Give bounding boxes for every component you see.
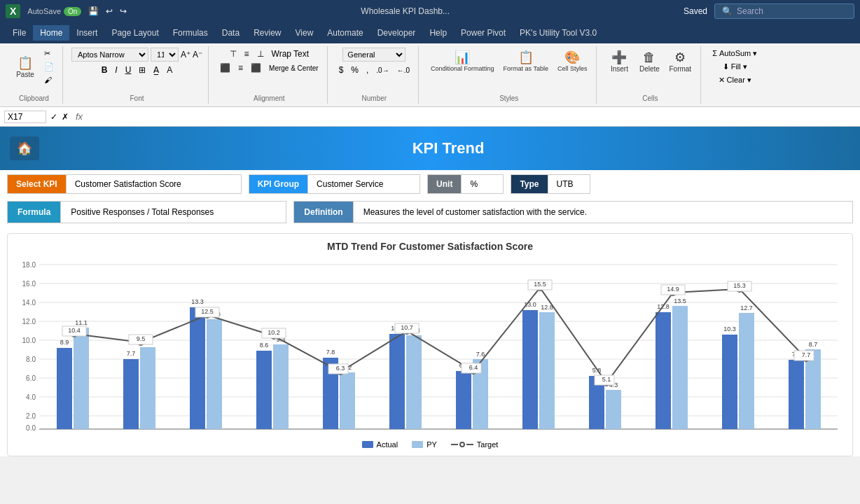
increase-decimal-button[interactable]: .0→ — [373, 65, 391, 76]
format-table-button[interactable]: 📋 Format as Table — [500, 48, 552, 74]
select-kpi-item: Select KPI Customer Satisfaction Score — [7, 174, 242, 194]
menu-formulas[interactable]: Formulas — [166, 25, 215, 41]
formula-input[interactable] — [90, 112, 856, 122]
menu-view[interactable]: View — [289, 25, 321, 41]
kpi-chart: 18.0 16.0 14.0 12.0 10.0 8.0 6.0 4.0 2.0… — [15, 259, 841, 434]
fill-button[interactable]: ⬇ Fill ▾ — [720, 61, 750, 73]
clipboard-label: Clipboard — [19, 93, 49, 102]
home-icon[interactable]: 🏠 — [10, 136, 39, 160]
currency-button[interactable]: $ — [336, 64, 347, 76]
definition-label: Definition — [293, 201, 353, 223]
align-top-button[interactable]: ⊤ — [227, 48, 240, 60]
italic-button[interactable]: I — [112, 64, 120, 76]
bar-py-sep — [606, 390, 621, 429]
target-line — [74, 288, 806, 383]
copy-button[interactable]: 📄 — [41, 61, 57, 73]
paste-button[interactable]: 📋 Paste — [11, 53, 39, 80]
bar-actual-nov — [722, 335, 737, 429]
menu-insert[interactable]: Insert — [69, 25, 104, 41]
menu-power-pivot[interactable]: Power Pivot — [454, 25, 513, 41]
font-grow-icon[interactable]: A⁺ — [181, 50, 190, 59]
legend-target-line-right — [466, 444, 473, 445]
align-left-button[interactable]: ⬛ — [217, 62, 233, 74]
formula-check-icon[interactable]: ✓ — [50, 112, 57, 122]
align-center-button[interactable]: ≡ — [235, 62, 246, 74]
bar-actual-mar — [190, 307, 205, 429]
delete-button[interactable]: 🗑 Delete — [635, 48, 663, 75]
border-button[interactable]: ⊞ — [136, 64, 148, 76]
formula-label: Formula — [7, 201, 61, 223]
align-bottom-button[interactable]: ⊥ — [254, 48, 267, 60]
save-icon[interactable]: 💾 — [88, 6, 99, 16]
number-format-select[interactable]: General — [342, 48, 405, 62]
paste-label: Paste — [16, 71, 34, 78]
excel-logo: X — [6, 4, 20, 18]
legend-target-line-left — [451, 444, 458, 445]
svg-text:10.4: 10.4 — [68, 327, 81, 334]
autosum-button[interactable]: Σ AutoSum ▾ — [709, 48, 760, 59]
font-name-select[interactable]: Aptos Narrow — [71, 48, 148, 62]
comma-button[interactable]: , — [363, 64, 371, 76]
merge-center-button[interactable]: Merge & Center — [266, 63, 321, 74]
format-button[interactable]: ⚙ Format — [665, 48, 695, 75]
legend-target-line-container — [451, 442, 473, 447]
menu-developer[interactable]: Developer — [370, 25, 423, 41]
file-name: Wholesale KPI Dashb... — [134, 6, 677, 16]
bar-py-aug — [539, 312, 555, 429]
bar-actual-jul — [456, 371, 471, 429]
undo-icon[interactable]: ↩ — [106, 6, 113, 16]
legend-target: Target — [451, 440, 499, 449]
delete-icon: 🗑 — [643, 50, 656, 65]
align-middle-button[interactable]: ≡ — [242, 48, 252, 60]
font-size-select[interactable]: 11 — [151, 48, 179, 62]
format-painter-button[interactable]: 🖌 — [41, 74, 57, 85]
percent-button[interactable]: % — [348, 64, 361, 76]
underline-button[interactable]: U — [123, 64, 134, 76]
unit-label: Unit — [427, 174, 462, 194]
wrap-text-button[interactable]: Wrap Text — [269, 48, 312, 60]
kpi-header-title: KPI Trend — [46, 139, 850, 158]
svg-text:Nov-24: Nov-24 — [728, 433, 751, 434]
menu-pk-utility[interactable]: PK's Utility Tool V3.0 — [513, 25, 604, 41]
cut-button[interactable]: ✂ — [41, 48, 57, 59]
svg-text:4.0: 4.0 — [26, 393, 36, 401]
format-icon: ⚙ — [674, 50, 686, 65]
autosave-toggle[interactable]: On — [64, 7, 81, 16]
kpi-group-value[interactable]: Customer Service — [308, 174, 420, 194]
styles-label: Styles — [499, 93, 518, 102]
svg-text:Jan-24: Jan-24 — [64, 433, 85, 434]
menu-page-layout[interactable]: Page Layout — [104, 25, 165, 41]
select-kpi-value[interactable]: Customer Satisfaction Score — [67, 174, 242, 194]
font-color-button[interactable]: A — [164, 64, 175, 76]
menu-help[interactable]: Help — [422, 25, 454, 41]
format-table-label: Format as Table — [504, 65, 548, 72]
align-right-button[interactable]: ⬛ — [248, 62, 264, 74]
insert-button[interactable]: ➕ Insert — [605, 48, 633, 75]
search-box[interactable]: 🔍 Search — [714, 4, 854, 19]
redo-icon[interactable]: ↪ — [120, 6, 127, 16]
cell-styles-button[interactable]: 🎨 Cell Styles — [554, 48, 591, 74]
menu-review[interactable]: Review — [247, 25, 288, 41]
bar-actual-aug — [522, 310, 538, 429]
bar-actual-oct — [656, 312, 671, 429]
menu-file[interactable]: File — [6, 25, 33, 41]
clear-button[interactable]: ✕ Clear ▾ — [716, 74, 754, 86]
menu-automate[interactable]: Automate — [320, 25, 370, 41]
bold-button[interactable]: B — [99, 64, 111, 76]
svg-text:0.0: 0.0 — [26, 424, 36, 432]
menu-data[interactable]: Data — [215, 25, 247, 41]
font-shrink-icon[interactable]: A⁻ — [193, 50, 202, 59]
svg-text:15.3: 15.3 — [733, 282, 746, 289]
cell-reference[interactable]: X17 — [4, 111, 46, 123]
formula-cancel-icon[interactable]: ✗ — [62, 112, 69, 122]
unit-value[interactable]: % — [462, 174, 504, 194]
type-value[interactable]: UTB — [548, 174, 590, 194]
delete-label: Delete — [639, 65, 660, 73]
conditional-format-button[interactable]: 📊 Conditional Formatting — [427, 48, 498, 74]
ribbon-group-alignment: ⊤ ≡ ⊥ Wrap Text ⬛ ≡ ⬛ Merge & Center Ali… — [211, 46, 328, 104]
ribbon-group-clipboard: 📋 Paste ✂ 📄 🖌 Clipboard — [6, 46, 63, 104]
saved-status: Saved — [684, 6, 707, 16]
decrease-decimal-button[interactable]: ←.0 — [394, 65, 412, 76]
menu-home[interactable]: Home — [33, 25, 69, 41]
fill-color-button[interactable]: A̲ — [151, 64, 162, 76]
